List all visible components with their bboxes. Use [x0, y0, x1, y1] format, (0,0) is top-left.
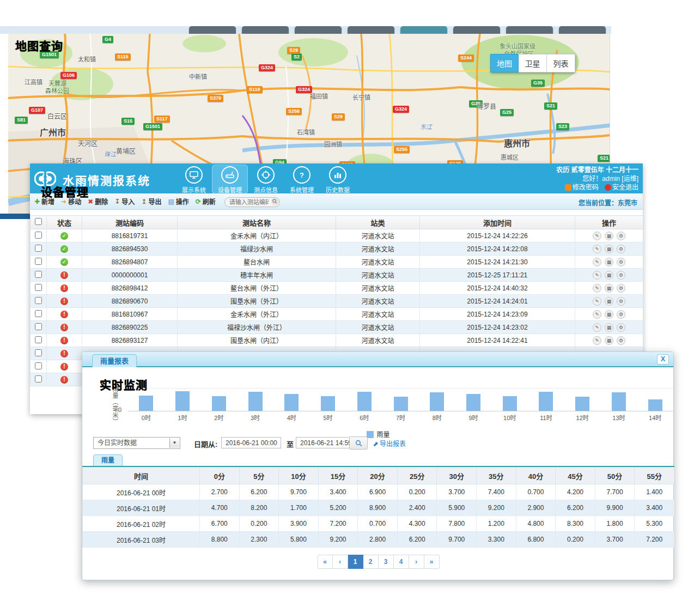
toolbar-button-刷新[interactable]: ⟳刷新	[196, 197, 216, 206]
page-button-2[interactable]: 2	[363, 555, 379, 569]
gear-icon[interactable]: ⚙	[617, 297, 625, 306]
row-checkbox[interactable]	[35, 310, 42, 317]
date-from-input[interactable]	[221, 437, 281, 448]
archive-icon[interactable]: ▦	[605, 310, 613, 319]
change-password-link[interactable]: 修改密码	[573, 184, 599, 191]
gear-icon[interactable]: ⚙	[617, 284, 625, 293]
gear-icon[interactable]: ⚙	[617, 245, 625, 253]
background-tab-top[interactable]	[559, 26, 606, 34]
map-layer-button-列表[interactable]: 列表	[547, 54, 575, 72]
row-checkbox[interactable]	[35, 284, 42, 291]
toolbar-button-导入[interactable]: ↧导入	[114, 197, 135, 206]
gear-icon[interactable]: ⚙	[617, 271, 625, 280]
select-all-checkbox[interactable]	[35, 218, 42, 225]
data-mode-dropdown[interactable]: 今日实时数据▼	[93, 437, 180, 449]
map-layer-button-地图[interactable]: 地图	[490, 54, 519, 72]
bar-11时[interactable]	[539, 392, 553, 411]
bar-9时[interactable]	[466, 394, 480, 411]
row-checkbox[interactable]	[35, 297, 42, 304]
tab-rainfall[interactable]: 雨量	[93, 454, 123, 466]
bar-3时[interactable]	[248, 392, 263, 411]
toolbar-button-删除[interactable]: ✖删除	[88, 197, 108, 206]
bar-5时[interactable]	[321, 396, 335, 411]
background-tab-top[interactable]	[189, 26, 236, 34]
edit-icon[interactable]: ✎	[593, 297, 601, 306]
gear-icon[interactable]: ⚙	[617, 323, 625, 332]
export-icon: ⬈	[373, 440, 378, 448]
archive-icon[interactable]: ▦	[605, 258, 613, 266]
edit-icon[interactable]: ✎	[593, 245, 601, 253]
query-button[interactable]	[349, 436, 368, 450]
bar-2时[interactable]	[212, 396, 226, 411]
background-tab-top[interactable]	[242, 26, 289, 34]
archive-icon[interactable]: ▦	[605, 245, 613, 253]
bar-14时[interactable]	[648, 399, 662, 411]
archive-icon[interactable]: ▦	[605, 284, 613, 293]
nav-item-系统管理[interactable]: ?系统管理	[284, 165, 320, 194]
background-tab-top[interactable]	[400, 26, 447, 34]
edit-icon[interactable]: ✎	[593, 271, 601, 280]
nav-item-设备管理[interactable]: 设备管理	[212, 165, 248, 194]
bar-10时[interactable]	[503, 396, 517, 411]
background-tab-top[interactable]	[453, 26, 500, 34]
row-checkbox[interactable]	[35, 232, 42, 239]
page-button-1[interactable]: 1	[348, 555, 363, 569]
nav-item-历史数据[interactable]: 历史数据	[320, 165, 356, 194]
background-tab-top[interactable]	[348, 26, 394, 34]
bar-1时[interactable]	[175, 391, 190, 411]
bar-slot: 14时	[637, 368, 673, 411]
edit-icon[interactable]: ✎	[593, 258, 601, 266]
archive-icon[interactable]: ▦	[605, 336, 613, 345]
bar-12时[interactable]	[575, 397, 589, 411]
annotation-map-query: 地图查询	[15, 37, 63, 53]
page-button-‹[interactable]: ‹	[333, 555, 348, 569]
nav-item-测点信息[interactable]: 测点信息	[248, 165, 284, 194]
archive-icon[interactable]: ▦	[605, 232, 613, 240]
gear-icon[interactable]: ⚙	[617, 232, 625, 240]
page-button-›[interactable]: ›	[409, 555, 424, 569]
edit-icon[interactable]: ✎	[593, 336, 601, 345]
archive-icon[interactable]: ▦	[605, 271, 613, 280]
row-checkbox[interactable]	[35, 362, 42, 369]
bar-slot: 7时	[382, 368, 419, 411]
bar-8时[interactable]	[430, 392, 444, 411]
row-checkbox[interactable]	[35, 323, 42, 330]
row-checkbox[interactable]	[35, 349, 42, 356]
edit-icon[interactable]: ✎	[593, 323, 601, 332]
page-button-»[interactable]: »	[424, 555, 440, 569]
page-button-4[interactable]: 4	[394, 555, 409, 569]
map-layer-button-卫星[interactable]: 卫星	[519, 54, 547, 72]
gear-icon[interactable]: ⚙	[617, 336, 625, 345]
toolbar-button-操作[interactable]: ▤操作	[168, 197, 188, 206]
edit-icon[interactable]: ✎	[593, 284, 601, 293]
logout-link[interactable]: 安全退出	[612, 184, 638, 191]
edit-icon[interactable]: ✎	[593, 232, 601, 240]
background-tab-top[interactable]	[506, 26, 553, 34]
row-checkbox[interactable]	[35, 271, 42, 278]
search-icon[interactable]	[271, 198, 279, 205]
edit-icon[interactable]: ✎	[593, 310, 601, 319]
close-icon[interactable]: X	[657, 354, 669, 365]
archive-icon[interactable]: ▦	[605, 323, 613, 332]
page-button-«[interactable]: «	[318, 555, 333, 569]
bar-4时[interactable]	[284, 394, 299, 411]
bar-7时[interactable]	[394, 397, 408, 411]
gear-icon[interactable]: ⚙	[617, 310, 625, 319]
row-checkbox[interactable]	[35, 258, 42, 265]
row-checkbox[interactable]	[35, 336, 42, 343]
archive-icon[interactable]: ▦	[605, 297, 613, 306]
date-to-input[interactable]	[296, 437, 356, 448]
nav-item-展示系统[interactable]: 展示系统	[176, 165, 212, 194]
row-checkbox[interactable]	[35, 375, 42, 383]
export-report-link[interactable]: ⬈导出报表	[373, 439, 406, 448]
page-button-3[interactable]: 3	[379, 555, 394, 569]
background-tab-top[interactable]	[295, 26, 342, 34]
bar-13时[interactable]	[612, 392, 626, 411]
bar-6时[interactable]	[357, 392, 372, 411]
map-place-label: 园洲镇	[324, 139, 342, 148]
bar-0时[interactable]	[139, 396, 153, 411]
tab-rainfall-report[interactable]: 雨量报表	[92, 354, 137, 367]
row-checkbox[interactable]	[35, 245, 42, 252]
toolbar-button-导出[interactable]: ↥导出	[141, 197, 161, 206]
gear-icon[interactable]: ⚙	[617, 258, 625, 266]
